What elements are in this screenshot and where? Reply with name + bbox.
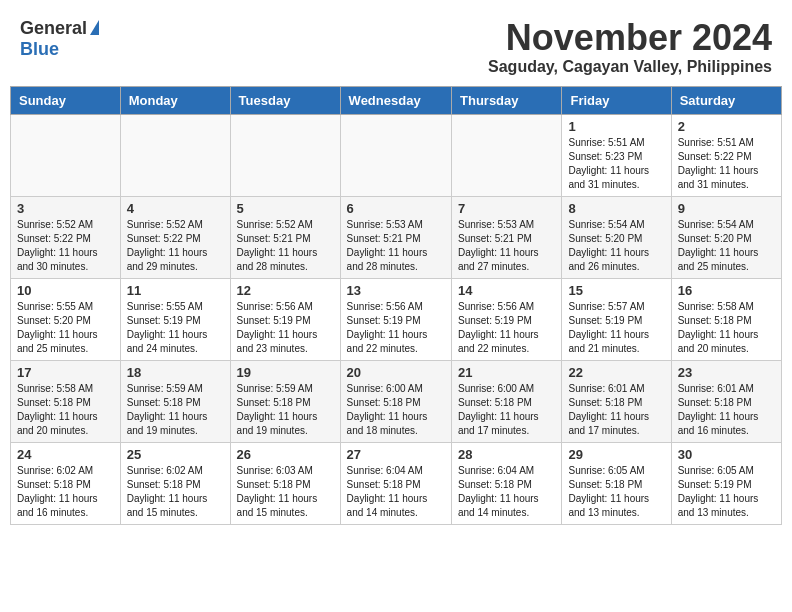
day-number: 28 <box>458 447 555 462</box>
calendar-cell: 21Sunrise: 6:00 AM Sunset: 5:18 PM Dayli… <box>452 360 562 442</box>
day-info: Sunrise: 5:59 AM Sunset: 5:18 PM Dayligh… <box>237 382 334 438</box>
day-number: 21 <box>458 365 555 380</box>
calendar-week-row: 17Sunrise: 5:58 AM Sunset: 5:18 PM Dayli… <box>11 360 782 442</box>
day-number: 24 <box>17 447 114 462</box>
calendar-cell <box>452 114 562 196</box>
day-number: 27 <box>347 447 445 462</box>
calendar-cell: 28Sunrise: 6:04 AM Sunset: 5:18 PM Dayli… <box>452 442 562 524</box>
day-info: Sunrise: 5:53 AM Sunset: 5:21 PM Dayligh… <box>347 218 445 274</box>
day-info: Sunrise: 5:54 AM Sunset: 5:20 PM Dayligh… <box>568 218 664 274</box>
day-number: 8 <box>568 201 664 216</box>
calendar-cell: 23Sunrise: 6:01 AM Sunset: 5:18 PM Dayli… <box>671 360 781 442</box>
day-info: Sunrise: 6:02 AM Sunset: 5:18 PM Dayligh… <box>127 464 224 520</box>
calendar-table: SundayMondayTuesdayWednesdayThursdayFrid… <box>10 86 782 525</box>
day-info: Sunrise: 6:04 AM Sunset: 5:18 PM Dayligh… <box>347 464 445 520</box>
calendar-cell: 6Sunrise: 5:53 AM Sunset: 5:21 PM Daylig… <box>340 196 451 278</box>
calendar-cell: 7Sunrise: 5:53 AM Sunset: 5:21 PM Daylig… <box>452 196 562 278</box>
calendar-cell <box>11 114 121 196</box>
calendar-header-row: SundayMondayTuesdayWednesdayThursdayFrid… <box>11 86 782 114</box>
day-info: Sunrise: 5:54 AM Sunset: 5:20 PM Dayligh… <box>678 218 775 274</box>
day-info: Sunrise: 5:57 AM Sunset: 5:19 PM Dayligh… <box>568 300 664 356</box>
day-info: Sunrise: 5:59 AM Sunset: 5:18 PM Dayligh… <box>127 382 224 438</box>
calendar-cell: 4Sunrise: 5:52 AM Sunset: 5:22 PM Daylig… <box>120 196 230 278</box>
day-number: 25 <box>127 447 224 462</box>
day-info: Sunrise: 5:52 AM Sunset: 5:22 PM Dayligh… <box>127 218 224 274</box>
day-info: Sunrise: 6:00 AM Sunset: 5:18 PM Dayligh… <box>347 382 445 438</box>
location: Saguday, Cagayan Valley, Philippines <box>488 58 772 76</box>
month-title: November 2024 <box>488 18 772 58</box>
day-info: Sunrise: 5:53 AM Sunset: 5:21 PM Dayligh… <box>458 218 555 274</box>
calendar-cell: 26Sunrise: 6:03 AM Sunset: 5:18 PM Dayli… <box>230 442 340 524</box>
day-number: 18 <box>127 365 224 380</box>
calendar-cell <box>120 114 230 196</box>
day-number: 3 <box>17 201 114 216</box>
logo-general-text: General <box>20 18 87 39</box>
calendar-week-row: 3Sunrise: 5:52 AM Sunset: 5:22 PM Daylig… <box>11 196 782 278</box>
calendar-cell: 14Sunrise: 5:56 AM Sunset: 5:19 PM Dayli… <box>452 278 562 360</box>
calendar-header-wednesday: Wednesday <box>340 86 451 114</box>
calendar-cell: 2Sunrise: 5:51 AM Sunset: 5:22 PM Daylig… <box>671 114 781 196</box>
day-info: Sunrise: 5:52 AM Sunset: 5:22 PM Dayligh… <box>17 218 114 274</box>
calendar-cell: 29Sunrise: 6:05 AM Sunset: 5:18 PM Dayli… <box>562 442 671 524</box>
day-info: Sunrise: 6:05 AM Sunset: 5:18 PM Dayligh… <box>568 464 664 520</box>
day-number: 9 <box>678 201 775 216</box>
day-info: Sunrise: 5:51 AM Sunset: 5:23 PM Dayligh… <box>568 136 664 192</box>
day-info: Sunrise: 5:51 AM Sunset: 5:22 PM Dayligh… <box>678 136 775 192</box>
day-info: Sunrise: 6:04 AM Sunset: 5:18 PM Dayligh… <box>458 464 555 520</box>
day-number: 6 <box>347 201 445 216</box>
calendar-cell: 16Sunrise: 5:58 AM Sunset: 5:18 PM Dayli… <box>671 278 781 360</box>
logo-blue-text: Blue <box>20 39 59 60</box>
calendar-cell: 20Sunrise: 6:00 AM Sunset: 5:18 PM Dayli… <box>340 360 451 442</box>
day-info: Sunrise: 6:01 AM Sunset: 5:18 PM Dayligh… <box>678 382 775 438</box>
day-number: 30 <box>678 447 775 462</box>
page-header: General Blue November 2024 Saguday, Caga… <box>0 0 792 86</box>
day-info: Sunrise: 5:55 AM Sunset: 5:19 PM Dayligh… <box>127 300 224 356</box>
day-number: 16 <box>678 283 775 298</box>
calendar-header-tuesday: Tuesday <box>230 86 340 114</box>
day-info: Sunrise: 6:00 AM Sunset: 5:18 PM Dayligh… <box>458 382 555 438</box>
day-info: Sunrise: 6:05 AM Sunset: 5:19 PM Dayligh… <box>678 464 775 520</box>
day-number: 15 <box>568 283 664 298</box>
calendar-cell: 15Sunrise: 5:57 AM Sunset: 5:19 PM Dayli… <box>562 278 671 360</box>
calendar-wrapper: SundayMondayTuesdayWednesdayThursdayFrid… <box>0 86 792 535</box>
calendar-cell: 24Sunrise: 6:02 AM Sunset: 5:18 PM Dayli… <box>11 442 121 524</box>
day-info: Sunrise: 5:56 AM Sunset: 5:19 PM Dayligh… <box>458 300 555 356</box>
day-number: 2 <box>678 119 775 134</box>
calendar-header-friday: Friday <box>562 86 671 114</box>
day-number: 29 <box>568 447 664 462</box>
day-number: 22 <box>568 365 664 380</box>
calendar-header-sunday: Sunday <box>11 86 121 114</box>
day-info: Sunrise: 6:02 AM Sunset: 5:18 PM Dayligh… <box>17 464 114 520</box>
day-number: 1 <box>568 119 664 134</box>
calendar-week-row: 1Sunrise: 5:51 AM Sunset: 5:23 PM Daylig… <box>11 114 782 196</box>
day-number: 20 <box>347 365 445 380</box>
calendar-cell: 18Sunrise: 5:59 AM Sunset: 5:18 PM Dayli… <box>120 360 230 442</box>
day-number: 23 <box>678 365 775 380</box>
calendar-cell: 19Sunrise: 5:59 AM Sunset: 5:18 PM Dayli… <box>230 360 340 442</box>
calendar-cell: 12Sunrise: 5:56 AM Sunset: 5:19 PM Dayli… <box>230 278 340 360</box>
day-number: 10 <box>17 283 114 298</box>
day-number: 7 <box>458 201 555 216</box>
day-info: Sunrise: 5:52 AM Sunset: 5:21 PM Dayligh… <box>237 218 334 274</box>
calendar-header-saturday: Saturday <box>671 86 781 114</box>
calendar-cell: 5Sunrise: 5:52 AM Sunset: 5:21 PM Daylig… <box>230 196 340 278</box>
day-number: 26 <box>237 447 334 462</box>
calendar-cell: 10Sunrise: 5:55 AM Sunset: 5:20 PM Dayli… <box>11 278 121 360</box>
calendar-header-thursday: Thursday <box>452 86 562 114</box>
day-number: 19 <box>237 365 334 380</box>
calendar-cell <box>340 114 451 196</box>
day-info: Sunrise: 6:01 AM Sunset: 5:18 PM Dayligh… <box>568 382 664 438</box>
day-number: 14 <box>458 283 555 298</box>
day-number: 5 <box>237 201 334 216</box>
calendar-cell <box>230 114 340 196</box>
calendar-header-monday: Monday <box>120 86 230 114</box>
day-info: Sunrise: 5:55 AM Sunset: 5:20 PM Dayligh… <box>17 300 114 356</box>
day-info: Sunrise: 5:56 AM Sunset: 5:19 PM Dayligh… <box>347 300 445 356</box>
day-info: Sunrise: 5:58 AM Sunset: 5:18 PM Dayligh… <box>17 382 114 438</box>
logo: General Blue <box>20 18 99 60</box>
title-block: November 2024 Saguday, Cagayan Valley, P… <box>488 18 772 76</box>
calendar-cell: 27Sunrise: 6:04 AM Sunset: 5:18 PM Dayli… <box>340 442 451 524</box>
day-number: 13 <box>347 283 445 298</box>
day-number: 17 <box>17 365 114 380</box>
day-number: 11 <box>127 283 224 298</box>
